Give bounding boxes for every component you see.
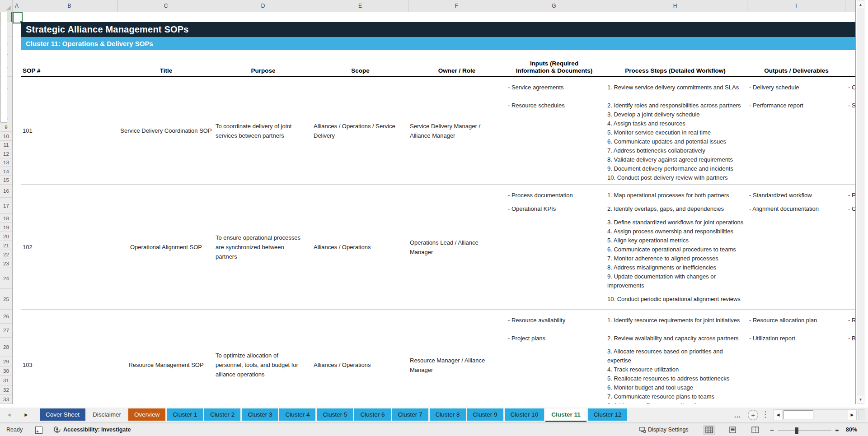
row-header[interactable]: 29: [0, 357, 12, 366]
row-header[interactable]: 28: [0, 338, 12, 357]
column-header[interactable]: G: [505, 0, 603, 12]
cell-inputs[interactable]: - Resource availability- Project plans: [505, 310, 603, 404]
cell-clipped-column[interactable]: - Re- Bu: [845, 310, 855, 404]
row-header[interactable]: 13: [0, 158, 12, 167]
column-header[interactable]: B: [21, 0, 118, 12]
cell-steps[interactable]: 1. Identify resource requirements for jo…: [603, 310, 747, 404]
macro-record-icon[interactable]: [35, 427, 42, 434]
column-header[interactable]: H: [603, 0, 747, 12]
row-header[interactable]: 23: [0, 259, 12, 268]
row-header[interactable]: 16: [0, 185, 12, 198]
column-header[interactable]: F: [408, 0, 505, 12]
cell-owner[interactable]: Service Delivery Manager / Alliance Mana…: [408, 77, 505, 185]
cell-inputs[interactable]: - Process documentation- Operational KPI…: [505, 185, 603, 310]
vertical-scroll-thumb[interactable]: [0, 12, 7, 123]
row-header[interactable]: 15: [0, 176, 12, 185]
cell-outputs[interactable]: - Standardized workflow- Alignment docum…: [747, 185, 845, 310]
sheet-tab[interactable]: Cluster 12: [588, 408, 628, 421]
cell-owner[interactable]: Resource Manager / Alliance Manager: [408, 310, 505, 404]
page-break-preview-icon[interactable]: [749, 425, 761, 435]
display-settings-label[interactable]: Display Settings: [648, 427, 689, 433]
row-header[interactable]: 18: [0, 214, 12, 223]
cell-outputs[interactable]: - Delivery schedule- Performance report: [747, 77, 845, 185]
column-header[interactable]: C: [118, 0, 214, 12]
sheet-tab[interactable]: Disclaimer: [87, 408, 127, 421]
row-header[interactable]: 25: [0, 289, 12, 310]
zoom-out-button[interactable]: −: [770, 426, 774, 434]
sheet-tab[interactable]: Cluster 6: [354, 408, 390, 421]
cell-clipped-column[interactable]: - Pr- Op: [845, 185, 855, 310]
sheet-tab[interactable]: Cluster 9: [467, 408, 503, 421]
column-header[interactable]: A: [13, 0, 21, 12]
tab-nav-right-icon[interactable]: ►: [23, 412, 29, 417]
row-header[interactable]: 9: [0, 123, 12, 132]
zoom-slider-thumb[interactable]: [795, 427, 798, 434]
horizontal-scrollbar[interactable]: ◀ ▶: [774, 409, 857, 420]
cell-title[interactable]: Service Delivery Coordination SOP: [118, 77, 214, 185]
sheet-tab[interactable]: Cluster 7: [392, 408, 428, 421]
row-header[interactable]: 26: [0, 310, 12, 324]
cell-purpose[interactable]: To coordinate delivery of joint services…: [214, 77, 312, 185]
sheet-tab[interactable]: Cover Sheet: [40, 408, 85, 421]
sheet-tab[interactable]: Cluster 11: [545, 408, 586, 422]
sheet-tab[interactable]: Cluster 8: [430, 408, 466, 421]
horizontal-scroll-thumb[interactable]: [784, 410, 813, 419]
row-header[interactable]: 30: [0, 366, 12, 376]
sop-row-102[interactable]: 102 Operational Alignment SOP To ensure …: [13, 185, 855, 310]
scroll-right-arrow-icon[interactable]: ▶: [848, 410, 856, 420]
column-header[interactable]: I: [747, 0, 845, 12]
select-all-corner[interactable]: [0, 0, 13, 12]
vertical-scrollbar[interactable]: ▲ ▼: [857, 0, 864, 404]
normal-view-icon[interactable]: [703, 425, 715, 435]
zoom-slider-track[interactable]: [778, 431, 831, 431]
sheet-tab[interactable]: Cluster 1: [167, 408, 203, 421]
cell-purpose[interactable]: To ensure operational processes are sync…: [214, 185, 312, 310]
row-header[interactable]: 33: [0, 395, 12, 404]
sop-row-101[interactable]: 101 Service Delivery Coordination SOP To…: [13, 77, 855, 185]
column-header-partial[interactable]: [845, 0, 855, 12]
accessibility-icon[interactable]: [53, 426, 61, 433]
cell-owner[interactable]: Operations Lead / Alliance Manager: [408, 185, 505, 310]
cell-sop-number[interactable]: 102: [21, 185, 118, 310]
sheet-tab[interactable]: Cluster 4: [279, 408, 315, 421]
column-header[interactable]: D: [214, 0, 312, 12]
row-header[interactable]: 32: [0, 385, 12, 395]
scroll-left-arrow-icon[interactable]: ◀: [774, 410, 783, 420]
sheet-tab[interactable]: Cluster 2: [204, 408, 240, 421]
zoom-level-label[interactable]: 80%: [846, 427, 857, 433]
sheet-tab[interactable]: Cluster 5: [317, 408, 353, 421]
row-header[interactable]: 19: [0, 223, 12, 232]
cell-scope[interactable]: Alliances / Operations: [312, 185, 408, 310]
column-header[interactable]: E: [312, 0, 408, 12]
cell-scope[interactable]: Alliances / Operations / Service Deliver…: [312, 77, 408, 185]
tab-nav-left-icon[interactable]: ◄: [6, 412, 12, 417]
tab-overflow-dots[interactable]: ...: [734, 412, 741, 419]
cell-scope[interactable]: Alliances / Operations: [312, 310, 408, 404]
accessibility-status-label[interactable]: Accessibility: Investigate: [63, 427, 131, 433]
row-header[interactable]: 21: [0, 241, 12, 250]
cell-inputs[interactable]: - Service agreements- Resource schedules: [505, 77, 603, 185]
zoom-in-button[interactable]: +: [835, 426, 839, 434]
sheet-tab[interactable]: Overview: [128, 408, 165, 421]
row-header[interactable]: 27: [0, 324, 12, 338]
row-header[interactable]: 12: [0, 149, 12, 158]
sheet-tab[interactable]: Cluster 3: [242, 408, 278, 421]
row-header[interactable]: 22: [0, 250, 12, 259]
cell-outputs[interactable]: - Resource allocation plan- Utilization …: [747, 310, 845, 404]
row-header[interactable]: 20: [0, 232, 12, 241]
cell-sop-number[interactable]: 103: [21, 310, 118, 404]
scroll-down-arrow-icon[interactable]: ▼: [857, 395, 864, 404]
row-header[interactable]: 10: [0, 132, 12, 141]
sheet-tab[interactable]: Cluster 10: [505, 408, 544, 421]
row-header[interactable]: 31: [0, 376, 12, 385]
row-header[interactable]: 11: [0, 141, 12, 149]
cell-title[interactable]: Resource Management SOP: [118, 310, 214, 404]
cell-sop-number[interactable]: 101: [21, 77, 118, 185]
cell-title[interactable]: Operational Alignment SOP: [118, 185, 214, 310]
row-header[interactable]: 14: [0, 167, 12, 176]
cell-purpose[interactable]: To optimize allocation of personnel, too…: [214, 310, 312, 404]
cell-clipped-column[interactable]: - Or- SL: [845, 77, 855, 185]
page-layout-view-icon[interactable]: [727, 425, 738, 435]
new-sheet-button[interactable]: +: [748, 410, 758, 420]
row-header[interactable]: 24: [0, 268, 12, 289]
